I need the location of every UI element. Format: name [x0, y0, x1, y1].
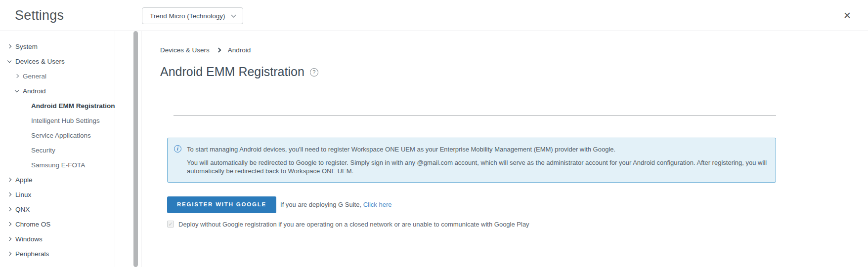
sidebar-item-label: Android [23, 87, 46, 95]
sidebar-item-label: Android EMM Registration [31, 102, 115, 110]
closed-network-checkbox[interactable]: ✓ [167, 221, 174, 228]
sidebar-item-samsung-e-fota[interactable]: Samsung E-FOTA [0, 157, 115, 172]
sidebar-item-label: Security [31, 147, 55, 154]
sidebar-item-windows[interactable]: Windows [0, 231, 115, 246]
sidebar-item-system[interactable]: System [0, 39, 115, 54]
sidebar-item-general[interactable]: General [0, 69, 115, 83]
sidebar-item-label: Peripherals [15, 250, 49, 258]
gsuite-text: If you are deploying G Suite, Click here [280, 201, 391, 208]
chevron-icon [7, 237, 11, 241]
help-icon[interactable]: ? [310, 68, 318, 76]
chevron-icon [7, 58, 11, 62]
sidebar-item-label: Intelligent Hub Settings [31, 117, 100, 124]
close-button[interactable]: ✕ [841, 10, 853, 21]
info-banner: i To start managing Android devices, you… [167, 138, 776, 183]
check-icon: ✓ [168, 222, 173, 227]
breadcrumb-android: Android [228, 46, 251, 54]
chevron-icon [15, 88, 19, 92]
settings-header: Settings Trend Micro (Technology) ✕ [0, 0, 868, 31]
info-paragraph-2: You will automatically be redirected to … [187, 158, 768, 175]
info-paragraph-1: To start managing Android devices, you'l… [187, 145, 768, 153]
settings-sidebar: System Devices & Users General Android A… [0, 31, 141, 267]
sidebar-item-label: Service Applications [31, 132, 91, 139]
closed-network-row: ✓ Deploy without Google registration if … [167, 221, 776, 228]
chevron-icon [7, 222, 11, 226]
sidebar-item-security[interactable]: Security [0, 143, 115, 157]
sidebar-item-qnx[interactable]: QNX [0, 202, 115, 217]
chevron-icon [7, 44, 11, 48]
sidebar-item-label: General [23, 73, 46, 80]
gsuite-prefix: If you are deploying G Suite, [280, 201, 361, 208]
section-divider [174, 115, 776, 115]
sidebar-item-intelligent-hub-settings[interactable]: Intelligent Hub Settings [0, 113, 115, 128]
sidebar-item-label: Apple [15, 176, 33, 184]
sidebar-item-label: Chrome OS [15, 221, 50, 228]
breadcrumb-devices-users[interactable]: Devices & Users [160, 46, 210, 54]
chevron-down-icon [231, 12, 236, 17]
sidebar-item-devices-users[interactable]: Devices & Users [0, 54, 115, 69]
sidebar-nav: System Devices & Users General Android A… [0, 31, 115, 267]
sidebar-item-label: Devices & Users [15, 58, 65, 65]
info-icon: i [174, 145, 181, 153]
sidebar-item-service-applications[interactable]: Service Applications [0, 128, 115, 143]
main-content: Devices & Users Android Android EMM Regi… [141, 31, 868, 267]
sidebar-item-peripherals[interactable]: Peripherals [0, 246, 115, 261]
content-title: Android EMM Registration ? [160, 64, 776, 79]
sidebar-item-chrome-os[interactable]: Chrome OS [0, 217, 115, 231]
sidebar-scrollbar[interactable] [133, 31, 138, 267]
sidebar-item-label: Linux [15, 191, 31, 198]
sidebar-item-android[interactable]: Android [0, 83, 115, 98]
chevron-icon [7, 207, 11, 211]
chevron-icon [7, 178, 11, 182]
register-row: REGISTER WITH GOOGLE If you are deployin… [167, 196, 776, 213]
chevron-icon [7, 192, 11, 196]
closed-network-label: Deploy without Google registration if yo… [178, 221, 529, 228]
breadcrumb: Devices & Users Android [160, 46, 776, 54]
sidebar-item-linux[interactable]: Linux [0, 187, 115, 202]
chevron-right-icon [216, 48, 221, 53]
sidebar-item-label: Windows [15, 235, 43, 243]
content-title-text: Android EMM Registration [160, 65, 304, 79]
sidebar-item-label: System [15, 43, 38, 50]
settings-body: System Devices & Users General Android A… [0, 31, 868, 267]
register-with-google-button[interactable]: REGISTER WITH GOOGLE [167, 196, 276, 213]
page-heading: Settings [15, 8, 64, 23]
organization-group-dropdown[interactable]: Trend Micro (Technology) [142, 7, 243, 24]
sidebar-item-android-emm-registration[interactable]: Android EMM Registration [0, 98, 115, 113]
sidebar-item-label: QNX [15, 206, 30, 213]
sidebar-item-label: Samsung E-FOTA [31, 161, 85, 169]
sidebar-item-apple[interactable]: Apple [0, 172, 115, 187]
organization-group-label: Trend Micro (Technology) [150, 12, 225, 20]
chevron-icon [7, 252, 11, 256]
gsuite-click-here-link[interactable]: Click here [363, 201, 392, 208]
chevron-icon [15, 74, 19, 78]
close-icon: ✕ [843, 10, 851, 21]
